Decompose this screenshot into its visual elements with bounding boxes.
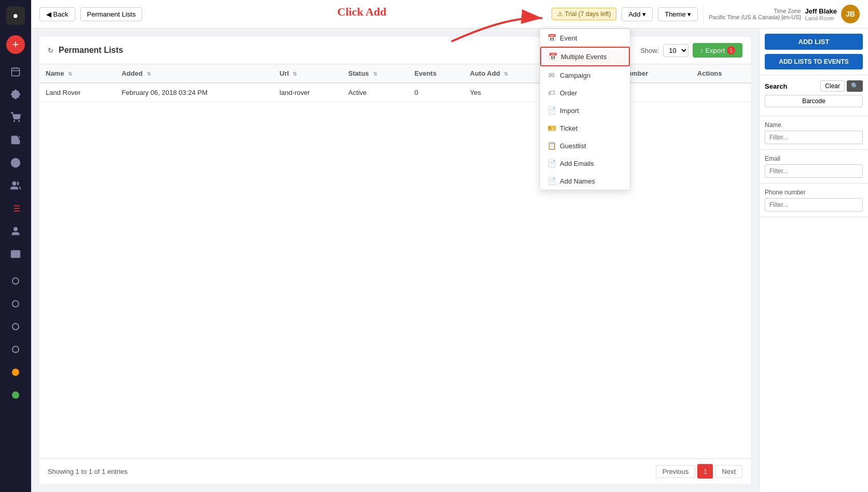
svg-point-9 xyxy=(12,182,16,186)
app-logo: ● xyxy=(0,0,31,31)
refresh-icon[interactable]: ↻ xyxy=(48,47,53,54)
name-filter-input[interactable] xyxy=(765,131,863,144)
right-panel-actions: ADD LIST ADD LISTS TO EVENTS xyxy=(760,29,868,75)
barcode-button[interactable]: Barcode xyxy=(765,95,863,107)
panel-header: ↻ Permanent Lists Show: 10 25 50 ↑ Expor… xyxy=(39,37,751,64)
cell-events: 0 xyxy=(408,83,464,102)
add-list-button[interactable]: ADD LIST xyxy=(765,34,863,50)
col-email[interactable]: Email xyxy=(545,64,594,83)
right-panel: ADD LIST ADD LISTS TO EVENTS Search Clea… xyxy=(759,29,868,492)
user-name: Jeff Blake xyxy=(805,7,837,15)
cell-phone xyxy=(594,83,691,102)
data-table: Name ⇅ Added ⇅ Url ⇅ Status ⇅ Events Aut… xyxy=(39,64,751,102)
main-content: ◀ Back Permanent Lists ⚠ Trial (7 days l… xyxy=(31,0,868,492)
cell-status: Active xyxy=(342,83,408,102)
col-auto-add[interactable]: Auto Add ⇅ xyxy=(464,64,545,83)
svg-point-5 xyxy=(14,121,15,122)
panel-controls: Show: 10 25 50 ↑ Export 1 xyxy=(640,43,742,58)
sidebar-item-dot-green[interactable] xyxy=(0,384,31,406)
cell-actions xyxy=(691,83,751,102)
timezone-value: Pacific Time (US & Canada) [en-US] xyxy=(709,14,801,20)
panel-title: Permanent Lists xyxy=(59,46,123,55)
export-button[interactable]: ↑ Export 1 xyxy=(693,43,742,58)
col-url[interactable]: Url ⇅ xyxy=(273,64,342,83)
name-filter-group: Name xyxy=(760,116,868,150)
next-button[interactable]: Next xyxy=(715,465,742,478)
table-row: Land Rover February 06, 2018 03:24 PM la… xyxy=(39,83,751,102)
content-area: ↻ Permanent Lists Show: 10 25 50 ↑ Expor… xyxy=(31,29,868,492)
search-buttons: Clear 🔍 xyxy=(820,80,863,92)
search-title: Search xyxy=(765,82,787,90)
sidebar-item-dot-orange[interactable] xyxy=(0,361,31,384)
left-panel: ↻ Permanent Lists Show: 10 25 50 ↑ Expor… xyxy=(31,29,759,492)
sidebar-item-check[interactable] xyxy=(0,129,31,151)
user-info: Time Zone Pacific Time (US & Canada) [en… xyxy=(703,5,860,23)
sidebar-item-calendar[interactable] xyxy=(0,60,31,83)
sidebar-item-mail[interactable] xyxy=(0,243,31,265)
svg-point-16 xyxy=(14,228,18,231)
show-label: Show: xyxy=(640,47,659,54)
export-badge: 1 xyxy=(727,46,735,54)
add-dropdown-button[interactable]: Add ▾ xyxy=(622,7,653,21)
col-name[interactable]: Name ⇅ xyxy=(39,64,115,83)
search-header: Search Clear 🔍 xyxy=(765,80,863,92)
pagination: Previous 1 Next xyxy=(656,464,742,479)
top-navbar: ◀ Back Permanent Lists ⚠ Trial (7 days l… xyxy=(31,0,868,29)
sidebar-item-users[interactable] xyxy=(0,174,31,197)
sidebar-item-cart[interactable] xyxy=(0,106,31,129)
show-select[interactable]: 10 25 50 xyxy=(663,44,688,57)
sidebar-item-dot1[interactable] xyxy=(0,270,31,292)
email-filter-group: Email xyxy=(760,150,868,184)
user-role: Land Rover xyxy=(805,15,837,21)
col-phone[interactable]: Phone Number xyxy=(594,64,691,83)
avatar: JB xyxy=(841,5,860,23)
timezone-label: Time Zone xyxy=(709,8,801,14)
back-button[interactable]: ◀ Back xyxy=(39,7,75,21)
search-panel: Search Clear 🔍 Barcode xyxy=(760,75,868,116)
theme-button[interactable]: Theme ▾ xyxy=(658,7,698,21)
sidebar-add-button[interactable]: + xyxy=(6,35,25,54)
svg-rect-1 xyxy=(12,68,20,76)
cell-name: Land Rover xyxy=(39,83,115,102)
name-filter-label: Name xyxy=(765,121,863,129)
sidebar-item-dot2[interactable] xyxy=(0,292,31,315)
email-filter-label: Email xyxy=(765,155,863,162)
col-added[interactable]: Added ⇅ xyxy=(115,64,273,83)
col-events[interactable]: Events xyxy=(408,64,464,83)
table-footer: Showing 1 to 1 of 1 entries Previous 1 N… xyxy=(39,458,751,484)
cell-url: land-rover xyxy=(273,83,342,102)
phone-filter-group: Phone number xyxy=(760,184,868,217)
cell-added: February 06, 2018 03:24 PM xyxy=(115,83,273,102)
showing-text: Showing 1 to 1 of 1 entries xyxy=(48,468,128,475)
sidebar-item-dot4[interactable] xyxy=(0,338,31,361)
add-lists-to-events-button[interactable]: ADD LISTS TO EVENTS xyxy=(765,54,863,69)
clear-button[interactable]: Clear xyxy=(820,80,845,92)
sidebar-item-dot3[interactable] xyxy=(0,315,31,338)
sidebar-item-lists[interactable] xyxy=(0,197,31,220)
sidebar-item-globe[interactable] xyxy=(0,151,31,174)
sidebar-item-puzzle[interactable] xyxy=(0,83,31,106)
sidebar-item-person[interactable] xyxy=(0,220,31,243)
phone-filter-label: Phone number xyxy=(765,189,863,196)
svg-point-6 xyxy=(19,121,20,122)
sidebar: ● + xyxy=(0,0,31,492)
logo-icon: ● xyxy=(6,6,25,25)
page-number[interactable]: 1 xyxy=(697,464,713,479)
cell-auto-add: Yes xyxy=(464,83,545,102)
email-filter-input[interactable] xyxy=(765,164,863,178)
sidebar-nav xyxy=(0,58,31,492)
trial-badge: ⚠ Trial (7 days left) xyxy=(552,8,616,20)
table-wrapper: Name ⇅ Added ⇅ Url ⇅ Status ⇅ Events Aut… xyxy=(39,64,751,458)
permanent-lists-button[interactable]: Permanent Lists xyxy=(80,7,143,21)
col-actions: Actions xyxy=(691,64,751,83)
previous-button[interactable]: Previous xyxy=(656,465,696,478)
col-status[interactable]: Status ⇅ xyxy=(342,64,408,83)
search-button[interactable]: 🔍 xyxy=(847,80,863,92)
cell-email xyxy=(545,83,594,102)
phone-filter-input[interactable] xyxy=(765,198,863,212)
